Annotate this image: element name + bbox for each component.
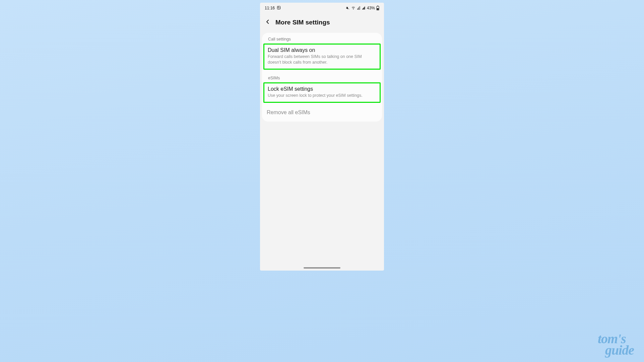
highlight-lock-esim: Lock eSIM settings Use your screen lock …: [263, 82, 381, 103]
svg-rect-14: [377, 8, 379, 10]
row-remove-all-esims[interactable]: Remove all eSIMs: [262, 106, 382, 120]
svg-point-3: [353, 9, 353, 9]
svg-rect-10: [364, 7, 364, 10]
svg-point-1: [278, 7, 279, 7]
row-title: Remove all eSIMs: [267, 110, 377, 116]
svg-rect-11: [365, 7, 365, 10]
back-icon[interactable]: [265, 19, 271, 26]
section-label-call: Call settings: [262, 33, 382, 44]
svg-rect-7: [360, 7, 360, 10]
wifi-icon: [351, 6, 356, 10]
battery-text: 43%: [367, 6, 375, 10]
phone-frame: 11:16 43% Mor: [260, 3, 384, 271]
svg-rect-9: [363, 8, 364, 9]
row-title: Lock eSIM settings: [268, 86, 376, 92]
nav-handle[interactable]: [304, 267, 340, 269]
svg-rect-8: [362, 9, 363, 9]
mute-icon: [346, 6, 350, 10]
svg-rect-4: [357, 9, 358, 9]
status-right: 43%: [346, 6, 379, 10]
battery-icon: [376, 6, 379, 10]
section-label-esims: eSIMs: [262, 72, 382, 82]
row-title: Dual SIM always on: [268, 47, 376, 53]
page-header: More SIM settings: [260, 13, 384, 33]
status-left: 11:16: [265, 6, 281, 11]
row-desc: Forward calls between SIMs so talking on…: [268, 54, 376, 65]
signal-1-icon: [357, 6, 361, 10]
svg-rect-6: [359, 7, 359, 10]
svg-rect-5: [358, 8, 359, 9]
svg-rect-13: [377, 6, 378, 6]
signal-2-icon: [362, 6, 366, 10]
row-lock-esim-settings[interactable]: Lock eSIM settings Use your screen lock …: [264, 83, 380, 102]
settings-panel: Call settings Dual SIM always on Forward…: [262, 33, 382, 122]
row-dual-sim-always-on[interactable]: Dual SIM always on Forward calls between…: [264, 45, 380, 69]
image-icon: [277, 6, 281, 11]
highlight-dual-sim: Dual SIM always on Forward calls between…: [263, 44, 381, 70]
watermark-logo: tom's guide: [598, 333, 634, 356]
row-desc: Use your screen lock to protect your eSI…: [268, 93, 376, 98]
status-bar: 11:16 43%: [260, 3, 384, 13]
status-time: 11:16: [265, 6, 275, 10]
watermark-line2: guide: [605, 345, 634, 356]
page-title: More SIM settings: [275, 19, 330, 26]
